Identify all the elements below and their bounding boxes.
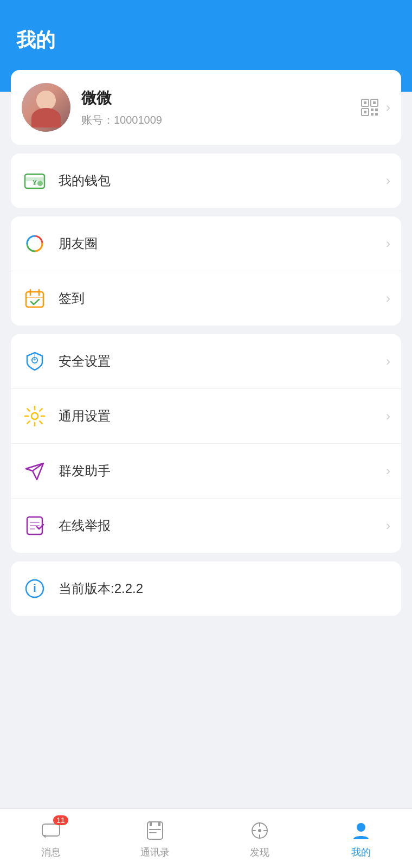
svg-rect-5 [364,111,366,113]
nav-item-messages[interactable]: 11 消息 [39,819,63,859]
moments-icon [22,231,48,257]
discover-nav-label: 发现 [250,846,269,859]
version-card: i 当前版本:2.2.2 [11,561,401,616]
wallet-menu-item[interactable]: ¥ 我的钱包 › [11,154,401,208]
profile-name: 微微 [81,88,360,108]
bottom-nav: 11 消息 通讯录 发现 [0,808,412,868]
moments-menu-item[interactable]: 朋友圈 › [11,216,401,271]
wallet-label: 我的钱包 [59,172,386,189]
discover-nav-icon [248,819,272,843]
report-menu-item[interactable]: 在线举报 › [11,499,401,553]
svg-text:¥: ¥ [33,178,37,187]
messages-nav-icon: 11 [39,819,63,843]
nav-item-mine[interactable]: 我的 [349,819,373,859]
svg-text:+: + [33,356,36,362]
svg-point-22 [31,413,38,419]
group3-card: + 安全设置 › 通用设置 › 群发助手 › [11,334,401,553]
settings-icon [22,403,48,429]
svg-point-41 [357,823,365,832]
page-title: 我的 [16,29,55,51]
general-settings-menu-item[interactable]: 通用设置 › [11,389,401,444]
mine-nav-icon [349,819,373,843]
broadcast-menu-item[interactable]: 群发助手 › [11,444,401,499]
security-chevron: › [386,354,390,369]
broadcast-chevron: › [386,463,390,478]
report-label: 在线举报 [59,517,386,534]
broadcast-label: 群发助手 [59,462,386,480]
profile-chevron: › [386,100,390,115]
checkin-label: 签到 [59,290,386,307]
version-label: 当前版本:2.2.2 [59,580,143,597]
svg-rect-6 [371,108,374,111]
nav-item-discover[interactable]: 发现 [248,819,272,859]
svg-rect-1 [364,101,366,104]
contacts-nav-icon [143,819,167,843]
profile-account: 账号：10001009 [81,113,360,127]
checkin-icon [22,285,48,311]
svg-rect-31 [150,822,152,826]
avatar [22,83,70,132]
report-chevron: › [386,518,390,533]
svg-rect-15 [26,292,43,307]
wallet-icon: ¥ [22,168,48,194]
svg-rect-3 [373,101,376,104]
qr-icon[interactable] [360,98,379,117]
contacts-nav-label: 通讯录 [140,846,170,859]
svg-rect-29 [42,824,60,836]
svg-rect-32 [158,822,160,826]
version-item: i 当前版本:2.2.2 [11,561,401,616]
report-icon [22,513,48,539]
moments-chevron: › [386,236,390,251]
profile-right[interactable]: › [360,98,390,117]
security-menu-item[interactable]: + 安全设置 › [11,334,401,389]
content: 微微 账号：10001009 › [0,70,412,695]
svg-point-36 [258,829,261,832]
mine-nav-label: 我的 [351,846,371,859]
checkin-chevron: › [386,291,390,306]
send-icon [22,458,48,484]
checkin-menu-item[interactable]: 签到 › [11,271,401,326]
security-icon: + [22,348,48,374]
security-label: 安全设置 [59,353,386,370]
profile-card[interactable]: 微微 账号：10001009 › [11,70,401,145]
profile-info: 微微 账号：10001009 [81,88,360,127]
messages-badge: 11 [53,815,68,825]
svg-rect-7 [375,108,378,111]
svg-rect-9 [375,113,378,116]
svg-point-13 [37,181,43,186]
messages-nav-label: 消息 [41,846,61,859]
svg-text:i: i [33,582,36,594]
general-settings-chevron: › [386,409,390,424]
nav-item-contacts[interactable]: 通讯录 [140,819,170,859]
wallet-chevron: › [386,173,390,188]
general-settings-label: 通用设置 [59,407,386,425]
group2-card: 朋友圈 › 签到 › [11,216,401,326]
info-icon: i [22,576,48,602]
wallet-card: ¥ 我的钱包 › [11,154,401,208]
svg-rect-8 [371,113,374,116]
moments-label: 朋友圈 [59,235,386,252]
